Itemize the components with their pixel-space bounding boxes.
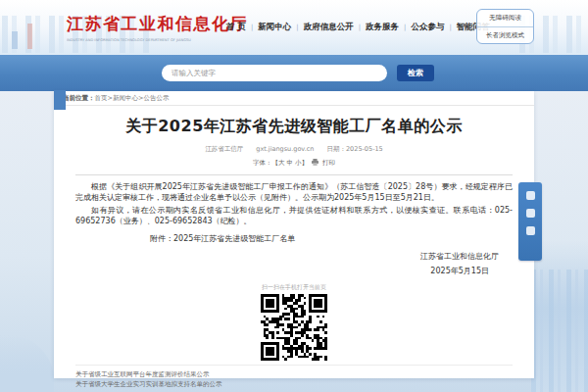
skyline-building-decor bbox=[27, 24, 32, 49]
attachment-link[interactable]: 附件：2025年江苏省先进级智能工厂名单 bbox=[150, 233, 513, 244]
article-controls: 字体：【大 中 小】 打印 bbox=[75, 159, 513, 168]
qr-code bbox=[261, 294, 327, 361]
article-paragraph: 根据《关于组织开展2025年江苏省先进级智能工厂申报工作的通知》（苏工信智造〔2… bbox=[75, 181, 513, 203]
related-link-item[interactable]: 关于省级大学生企业实习实训基地拟支持名单的公示 bbox=[75, 379, 513, 389]
search-band: 检索 bbox=[0, 55, 588, 91]
related-link-item[interactable]: 关于省级工业互联网平台年度监测评价结果公示 bbox=[75, 369, 513, 379]
cityscape-decor bbox=[531, 240, 588, 392]
wechat-icon[interactable] bbox=[526, 209, 535, 218]
print-button[interactable]: 打印 bbox=[322, 159, 335, 168]
back-to-top-icon[interactable] bbox=[526, 226, 535, 235]
page: 江苏省工业和信息化厅 INDUSTRY AND INFORMATION TECH… bbox=[0, 0, 588, 392]
search-button[interactable]: 检索 bbox=[397, 65, 434, 81]
site-header: 江苏省工业和信息化厅 INDUSTRY AND INFORMATION TECH… bbox=[0, 0, 588, 55]
nav-item[interactable]: 政务服务 bbox=[354, 22, 399, 33]
nav-item[interactable]: 首 页 bbox=[226, 22, 246, 33]
article-website: gxt.jiangsu.gov.cn bbox=[256, 145, 314, 154]
accessibility-button[interactable]: 无障碍阅读 bbox=[477, 10, 533, 26]
breadcrumb-path[interactable]: 首页>新闻中心>公告公示 bbox=[95, 94, 170, 102]
skyline-building-decor bbox=[12, 31, 18, 49]
signature-org: 江苏省工业和信息化厅 bbox=[75, 251, 513, 262]
related-links: 关于省级工业互联网平台年度监测评价结果公示关于省级大学生企业实习实训基地拟支持名… bbox=[75, 369, 513, 389]
breadcrumb-label: 当前位置： bbox=[63, 94, 95, 102]
printer-icon bbox=[312, 159, 318, 168]
search-input[interactable] bbox=[162, 65, 387, 81]
qr-caption: 扫一扫在手机打开当前页 bbox=[75, 283, 513, 292]
floating-widget-left[interactable] bbox=[54, 90, 66, 110]
accessibility-box: 无障碍阅读 长者浏览模式 bbox=[476, 9, 534, 44]
nav-item[interactable]: 公众参与 bbox=[399, 22, 444, 33]
nav-item[interactable]: 新闻中心 bbox=[246, 22, 291, 33]
article-date: 日期：2025-05-15 bbox=[326, 145, 382, 154]
signature-date: 2025年5月15日 bbox=[75, 266, 513, 276]
article-meta: 江苏省工信厅 gxt.jiangsu.gov.cn 日期：2025-05-15 bbox=[75, 145, 513, 154]
content-card: 当前位置：首页>新闻中心>公告公示 关于2025年江苏省先进级智能工厂名单的公示… bbox=[54, 91, 534, 378]
share-icon[interactable] bbox=[526, 191, 535, 200]
elder-mode-button[interactable]: 长者浏览模式 bbox=[477, 26, 533, 43]
article: 关于2025年江苏省先进级智能工厂名单的公示 江苏省工信厅 gxt.jiangs… bbox=[54, 117, 534, 389]
site-title-english: INDUSTRY AND INFORMATION TECHNOLOGY DEPA… bbox=[67, 37, 191, 41]
article-paragraph: 如有异议，请在公示期内实名反馈省工业和信息化厅，并提供佐证材料和联系方式，以便核… bbox=[75, 205, 513, 226]
page-title: 关于2025年江苏省先进级智能工厂名单的公示 bbox=[75, 117, 513, 137]
font-size-control[interactable]: 字体：【大 中 小】 bbox=[253, 159, 308, 168]
nav-item[interactable]: 政府信息公开 bbox=[291, 22, 353, 33]
floating-toolbar[interactable] bbox=[518, 182, 542, 261]
hill-decor bbox=[0, 335, 54, 392]
divider bbox=[75, 174, 513, 175]
breadcrumb: 当前位置：首页>新闻中心>公告公示 bbox=[54, 91, 534, 106]
divider bbox=[75, 365, 513, 366]
main-nav: 首 页新闻中心政府信息公开政务服务公众参与智能问答 bbox=[226, 22, 490, 33]
qr-wrap bbox=[75, 294, 513, 361]
article-source: 江苏省工信厅 bbox=[205, 145, 243, 154]
